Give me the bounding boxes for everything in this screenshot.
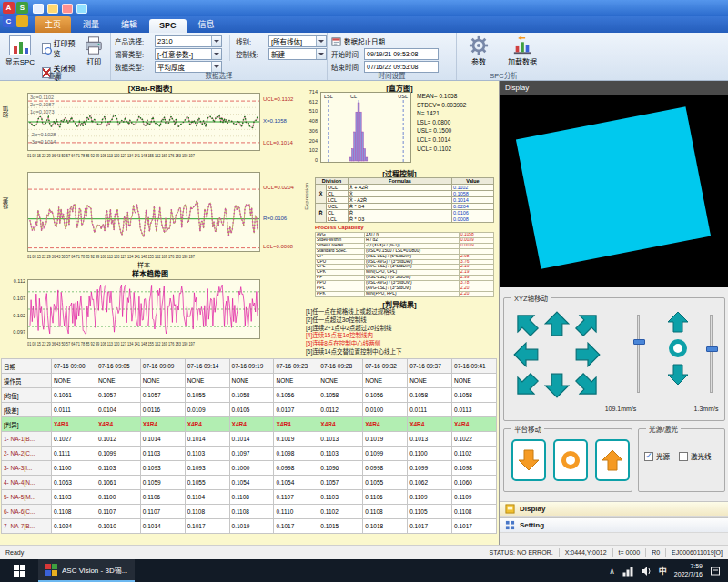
table-cell[interactable]: 0.1102: [318, 505, 363, 519]
move-up-right-button[interactable]: [570, 306, 606, 342]
table-cell[interactable]: NONE: [452, 374, 497, 388]
table-cell[interactable]: 0.1104: [185, 490, 229, 505]
table-cell[interactable]: 0.1098: [274, 447, 318, 461]
table-cell[interactable]: 0.0998: [274, 461, 318, 476]
load-data-button[interactable]: 加载数据: [500, 35, 544, 66]
z-up-button[interactable]: [667, 311, 689, 333]
quick-access-icon[interactable]: [76, 4, 87, 14]
table-cell[interactable]: 0.1093: [140, 461, 185, 476]
table-cell[interactable]: 0.1014: [229, 432, 274, 447]
table-cell[interactable]: 0.1099: [408, 461, 452, 476]
table-row-header[interactable]: [极差]: [2, 403, 52, 417]
taskbar-clock[interactable]: 7:59 2022/7/16: [674, 563, 703, 578]
table-cell[interactable]: 0.1015: [318, 519, 363, 534]
table-cell[interactable]: 0.1027: [52, 432, 96, 447]
table-cell[interactable]: 0.1109: [408, 490, 452, 505]
table-cell[interactable]: 0.1103: [185, 447, 229, 461]
table-cell[interactable]: 0.1019: [229, 519, 274, 534]
table-cell[interactable]: X4R4: [408, 417, 452, 432]
table-cell[interactable]: 0.1014: [140, 519, 185, 534]
table-cell[interactable]: 0.1017: [274, 519, 318, 534]
table-cell[interactable]: 0.1096: [318, 461, 363, 476]
table-cell[interactable]: X4R4: [363, 417, 408, 432]
table-cell[interactable]: 0.1061: [52, 388, 96, 403]
table-cell[interactable]: 0.1017: [185, 519, 229, 534]
table-row-header[interactable]: 7- NA-7[B...: [2, 519, 52, 534]
table-cell[interactable]: 0.1108: [52, 505, 96, 519]
table-row-header[interactable]: [判异]: [2, 417, 52, 432]
table-cell[interactable]: 0.1058: [229, 388, 274, 403]
table-cell[interactable]: 0.1103: [96, 461, 140, 476]
table-cell[interactable]: 0.1108: [363, 505, 408, 519]
table-cell[interactable]: X4R4: [452, 417, 497, 432]
table-cell[interactable]: 0.1019: [274, 432, 318, 447]
table-cell[interactable]: 0.1102: [452, 447, 497, 461]
table-cell[interactable]: 0.1100: [96, 490, 140, 505]
table-cell[interactable]: 0.1108: [185, 505, 229, 519]
light-checkbox-box[interactable]: ✓: [644, 452, 653, 461]
table-cell[interactable]: 0.0111: [408, 403, 452, 417]
table-cell[interactable]: NONE: [229, 374, 274, 388]
table-cell[interactable]: 0.1106: [140, 490, 185, 505]
table-row-header[interactable]: 1- NA-1[B...: [2, 432, 52, 447]
table-row-header[interactable]: [均值]: [2, 388, 52, 403]
table-cell[interactable]: NONE: [52, 374, 96, 388]
table-cell[interactable]: 0.1105: [408, 505, 452, 519]
print-preview-button[interactable]: 打印预览: [40, 37, 78, 59]
table-column-header[interactable]: 07-16 09:32: [363, 359, 408, 374]
table-column-header[interactable]: 07-16 09:28: [318, 359, 363, 374]
z-step-slider-handle[interactable]: [706, 346, 718, 352]
table-cell[interactable]: 0.1017: [452, 519, 497, 534]
table-cell[interactable]: 0.1056: [363, 388, 408, 403]
table-cell[interactable]: X4R4: [52, 417, 96, 432]
panel-tab-setting[interactable]: Setting: [500, 517, 728, 533]
table-cell[interactable]: 0.1000: [229, 461, 274, 476]
table-cell[interactable]: 0.1058: [452, 388, 497, 403]
table-cell[interactable]: NONE: [185, 374, 229, 388]
platform-stop-button[interactable]: [553, 439, 588, 481]
table-cell[interactable]: NONE: [140, 374, 185, 388]
line-select-dropdown[interactable]: [所有线体]: [268, 35, 327, 47]
table-cell[interactable]: X4R4: [318, 417, 363, 432]
table-cell[interactable]: 0.1054: [274, 476, 318, 490]
table-cell[interactable]: 0.0100: [363, 403, 408, 417]
table-cell[interactable]: 0.1058: [408, 388, 452, 403]
table-row-header[interactable]: 操作员: [2, 374, 52, 388]
table-cell[interactable]: NONE: [408, 374, 452, 388]
table-cell[interactable]: 0.1056: [274, 388, 318, 403]
table-cell[interactable]: 0.1060: [452, 476, 497, 490]
move-left-button[interactable]: [513, 342, 539, 367]
table-cell[interactable]: 0.1103: [318, 447, 363, 461]
move-up-button[interactable]: [544, 311, 570, 336]
table-row-header[interactable]: 5- NA-5[M...: [2, 490, 52, 505]
panel-tab-display[interactable]: Display: [500, 501, 728, 517]
table-cell[interactable]: 0.1014: [185, 432, 229, 447]
table-cell[interactable]: NONE: [363, 374, 408, 388]
move-down-button[interactable]: [544, 373, 570, 398]
table-row-header[interactable]: 4- NA-4[N...: [2, 476, 52, 490]
table-cell[interactable]: 0.1058: [318, 388, 363, 403]
xy-speed-slider-handle[interactable]: [633, 339, 645, 345]
table-cell[interactable]: 0.0998: [363, 461, 408, 476]
table-cell[interactable]: 0.1108: [452, 505, 497, 519]
start-button[interactable]: [0, 559, 38, 582]
table-cell[interactable]: NONE: [274, 374, 318, 388]
start-time-field[interactable]: 09/19/21 09:53:08: [364, 48, 439, 60]
product-select-dropdown[interactable]: 2310: [155, 35, 222, 47]
print-button[interactable]: 打印: [81, 35, 106, 66]
table-cell[interactable]: X4R4: [229, 417, 274, 432]
table-column-header[interactable]: 07-16 09:37: [408, 359, 452, 374]
tab-home[interactable]: 主页: [35, 16, 71, 33]
table-cell[interactable]: 0.1108: [229, 505, 274, 519]
taskbar-app-button[interactable]: ASC Vision - 3D锡...: [38, 559, 135, 582]
paste-type-dropdown[interactable]: [-任意参数-]: [155, 48, 222, 60]
table-cell[interactable]: 0.0104: [96, 403, 140, 417]
params-button[interactable]: 参数: [460, 35, 497, 66]
move-right-button[interactable]: [575, 342, 601, 367]
camera-viewport[interactable]: [500, 95, 728, 287]
table-column-header[interactable]: 07-16 09:41: [452, 359, 497, 374]
table-cell[interactable]: 0.1111: [52, 447, 96, 461]
tab-measure[interactable]: 测量: [73, 16, 109, 33]
table-cell[interactable]: 0.0111: [52, 403, 96, 417]
z-step-slider[interactable]: [710, 315, 713, 393]
